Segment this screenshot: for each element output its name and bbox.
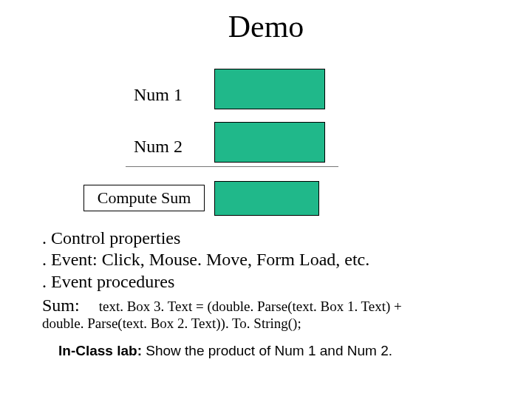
label-num2: Num 2 <box>134 137 183 157</box>
sum-code-1: text. Box 3. Text = (double. Parse(text.… <box>99 299 402 314</box>
in-class-lab: In-Class lab: Show the product of Num 1 … <box>58 343 392 359</box>
textbox-num1[interactable] <box>214 69 325 109</box>
textbox-num2[interactable] <box>214 122 325 163</box>
bullet-event-procedures: . Event procedures <box>42 271 369 293</box>
sum-line-1: Sum: text. Box 3. Text = (double. Parse(… <box>42 296 402 316</box>
footer-rest: Show the product of Num 1 and Num 2. <box>146 343 392 358</box>
textbox-sum[interactable] <box>214 181 319 216</box>
label-num1: Num 1 <box>134 85 183 105</box>
compute-sum-button[interactable]: Compute Sum <box>83 185 205 211</box>
slide: Demo Num 1 Num 2 Compute Sum . Control p… <box>0 0 532 399</box>
footer-bold: In-Class lab: <box>58 343 146 358</box>
sum-code-2: double. Parse(text. Box 2. Text)). To. S… <box>42 316 301 332</box>
divider <box>126 166 338 167</box>
page-title: Demo <box>0 9 532 44</box>
bullet-control-properties: . Control properties <box>42 228 369 249</box>
sum-label: Sum: <box>42 296 80 315</box>
bullet-event: . Event: Click, Mouse. Move, Form Load, … <box>42 249 369 270</box>
bullet-list: . Control properties . Event: Click, Mou… <box>42 228 369 293</box>
